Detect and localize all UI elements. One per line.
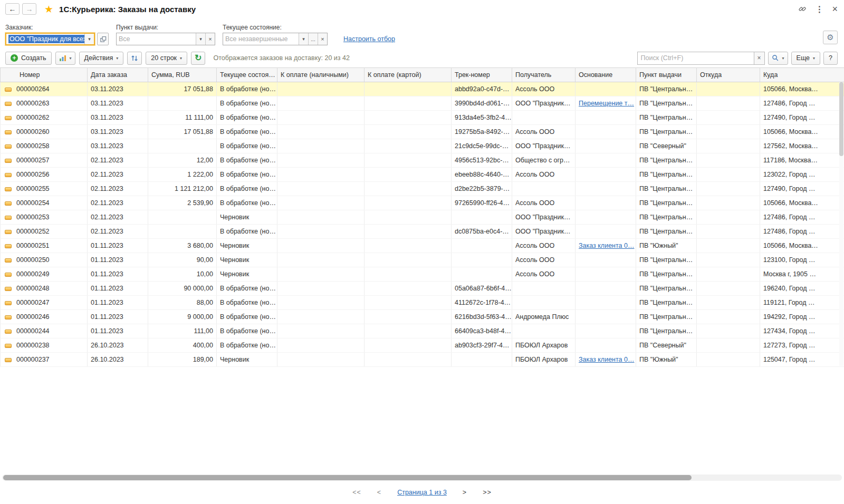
basis-link[interactable]: Заказ клиента 0…: [579, 356, 634, 363]
cell-recipient[interactable]: Общество с огр…: [512, 153, 576, 168]
cell-number[interactable]: 000000248: [1, 282, 88, 296]
cell-date[interactable]: 03.11.2023: [88, 96, 148, 111]
cell-from[interactable]: [697, 239, 760, 253]
cell-to[interactable]: 127486, Город …: [760, 210, 844, 225]
refresh-button[interactable]: ↻: [191, 52, 205, 65]
cell-state[interactable]: В обработке (но…: [217, 310, 277, 324]
cell-sum[interactable]: [148, 225, 217, 239]
cell-sum[interactable]: 3 680,00: [148, 239, 217, 253]
column-header[interactable]: Куда: [760, 68, 844, 82]
state-dropdown-icon[interactable]: ▾: [299, 33, 308, 45]
cell-number[interactable]: 000000237: [1, 353, 88, 367]
cell-track[interactable]: 6216bd3d-5f63-4…: [452, 310, 512, 324]
cell-recipient[interactable]: ПБОЮЛ Архаров: [512, 338, 576, 353]
cell-from[interactable]: [697, 153, 760, 168]
cell-sum[interactable]: 2 539,90: [148, 196, 217, 210]
cell-card[interactable]: [365, 96, 452, 111]
cell-sum[interactable]: 88,00: [148, 296, 217, 310]
cell-basis[interactable]: [576, 168, 636, 182]
cell-card[interactable]: [365, 353, 452, 367]
cell-recipient[interactable]: [512, 282, 576, 296]
cell-number[interactable]: 000000250: [1, 253, 88, 267]
cell-sum[interactable]: [148, 96, 217, 111]
cell-from[interactable]: [697, 82, 760, 96]
cell-to[interactable]: 105066, Москва…: [760, 125, 844, 139]
cell-cash[interactable]: [277, 82, 365, 96]
cell-state[interactable]: В обработке (но…: [217, 225, 277, 239]
cell-to[interactable]: 127562, Москва…: [760, 139, 844, 153]
cell-card[interactable]: [365, 324, 452, 338]
cell-card[interactable]: [365, 225, 452, 239]
cell-pickup[interactable]: ПВ "Центральн…: [636, 96, 697, 111]
table-row[interactable]: 00000026203.11.202311 111,00В обработке …: [1, 111, 844, 125]
cell-card[interactable]: [365, 296, 452, 310]
cell-state[interactable]: В обработке (но…: [217, 196, 277, 210]
cell-number[interactable]: 000000256: [1, 168, 88, 182]
cell-card[interactable]: [365, 153, 452, 168]
cell-pickup[interactable]: ПВ "Центральн…: [636, 324, 697, 338]
cell-track[interactable]: [452, 253, 512, 267]
cell-recipient[interactable]: [512, 111, 576, 125]
cell-card[interactable]: [365, 82, 452, 96]
cell-card[interactable]: [365, 282, 452, 296]
cell-track[interactable]: 21c9dc5e-99dc-…: [452, 139, 512, 153]
cell-recipient[interactable]: ПБОЮЛ Архаров: [512, 353, 576, 367]
cell-to[interactable]: Москва г, 1905 …: [760, 267, 844, 282]
cell-track[interactable]: 4112672c-1f78-4…: [452, 296, 512, 310]
cell-recipient[interactable]: Ассоль ООО: [512, 82, 576, 96]
cell-pickup[interactable]: ПВ "Центральн…: [636, 168, 697, 182]
cell-card[interactable]: [365, 196, 452, 210]
cell-track[interactable]: [452, 353, 512, 367]
cell-sum[interactable]: 10,00: [148, 267, 217, 282]
customer-open-button[interactable]: [97, 33, 109, 45]
cell-pickup[interactable]: ПВ "Центральн…: [636, 310, 697, 324]
get-link-icon[interactable]: [798, 5, 807, 13]
cell-track[interactable]: abbd92a0-c47d-…: [452, 82, 512, 96]
cell-number[interactable]: 000000244: [1, 324, 88, 338]
page-first-button[interactable]: <<: [352, 489, 361, 496]
cell-to[interactable]: 127490, Город …: [760, 182, 844, 196]
cell-sum[interactable]: 189,00: [148, 353, 217, 367]
cell-basis[interactable]: [576, 139, 636, 153]
cell-pickup[interactable]: ПВ "Центральн…: [636, 296, 697, 310]
cell-date[interactable]: 03.11.2023: [88, 125, 148, 139]
cell-date[interactable]: 01.11.2023: [88, 324, 148, 338]
cell-pickup[interactable]: ПВ "Центральн…: [636, 153, 697, 168]
customer-input[interactable]: ООО "Праздник для всех" ▾: [5, 33, 95, 45]
horizontal-scrollbar[interactable]: [2, 474, 842, 481]
cell-cash[interactable]: [277, 338, 365, 353]
cell-to[interactable]: 105066, Москва…: [760, 82, 844, 96]
cell-basis[interactable]: [576, 196, 636, 210]
cell-recipient[interactable]: Ассоль ООО: [512, 125, 576, 139]
cell-to[interactable]: 105066, Москва…: [760, 239, 844, 253]
cell-date[interactable]: 03.11.2023: [88, 82, 148, 96]
cell-from[interactable]: [697, 182, 760, 196]
cell-cash[interactable]: [277, 310, 365, 324]
cell-state[interactable]: В обработке (но…: [217, 296, 277, 310]
forward-button[interactable]: →: [22, 3, 36, 15]
cell-track[interactable]: dc0875ba-e0c4-…: [452, 225, 512, 239]
cell-sum[interactable]: 12,00: [148, 153, 217, 168]
cell-sum[interactable]: 90 000,00: [148, 282, 217, 296]
cell-recipient[interactable]: Ассоль ООО: [512, 196, 576, 210]
cell-recipient[interactable]: Ассоль ООО: [512, 267, 576, 282]
cell-track[interactable]: 97265990-ff26-4…: [452, 196, 512, 210]
cell-recipient[interactable]: Андромеда Плюс: [512, 310, 576, 324]
basis-link[interactable]: Перемещение т…: [579, 100, 634, 107]
table-row[interactable]: 00000025202.11.2023В обработке (но…dc087…: [1, 225, 844, 239]
cell-track[interactable]: [452, 239, 512, 253]
cell-recipient[interactable]: [512, 182, 576, 196]
cell-number[interactable]: 000000251: [1, 239, 88, 253]
cell-basis[interactable]: [576, 282, 636, 296]
cell-date[interactable]: 02.11.2023: [88, 225, 148, 239]
cell-to[interactable]: 119121, Город …: [760, 296, 844, 310]
cell-sum[interactable]: 17 051,88: [148, 125, 217, 139]
table-row[interactable]: 00000025402.11.20232 539,90В обработке (…: [1, 196, 844, 210]
cell-basis[interactable]: Перемещение т…: [576, 96, 636, 111]
cell-recipient[interactable]: ООО "Праздник…: [512, 210, 576, 225]
cell-cash[interactable]: [277, 196, 365, 210]
page-last-button[interactable]: >>: [483, 489, 492, 496]
create-button[interactable]: + Создать: [5, 52, 52, 65]
reports-dropdown-button[interactable]: ▾: [55, 52, 75, 65]
cell-basis[interactable]: [576, 153, 636, 168]
